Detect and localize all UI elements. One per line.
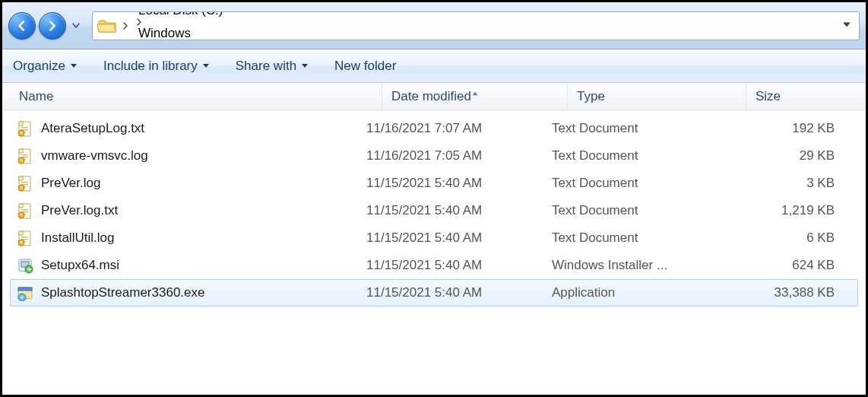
file-date: 11/15/2021 5:40 AM (366, 230, 552, 246)
file-name: AteraSetupLog.txt (41, 121, 144, 136)
chevron-down-icon (70, 59, 78, 74)
new-folder-button[interactable]: New folder (334, 59, 396, 74)
file-name-cell: InstallUtil.log (17, 230, 366, 246)
text-document-icon (17, 148, 33, 164)
file-date: 11/16/2021 7:05 AM (366, 148, 552, 164)
column-header-date[interactable]: Date modified (382, 83, 568, 110)
file-date: 11/15/2021 5:40 AM (366, 176, 552, 191)
text-document-icon (17, 230, 33, 246)
file-size: 3 KB (730, 176, 851, 191)
file-row[interactable]: PreVer.log.txt11/15/2021 5:40 AMText Doc… (10, 197, 858, 224)
file-name-cell: PreVer.log.txt (17, 202, 366, 219)
file-date: 11/16/2021 7:07 AM (366, 121, 552, 136)
file-row[interactable]: vmware-vmsvc.log11/16/2021 7:05 AMText D… (10, 142, 858, 170)
file-row[interactable]: InstallUtil.log11/15/2021 5:40 AMText Do… (10, 224, 858, 252)
forward-button[interactable] (39, 12, 66, 40)
file-row[interactable]: AteraSetupLog.txt11/16/2021 7:07 AMText … (10, 115, 858, 142)
organize-label: Organize (13, 59, 65, 74)
file-size: 33,388 KB (730, 285, 851, 300)
new-folder-label: New folder (334, 59, 396, 74)
file-size: 29 KB (730, 148, 851, 164)
file-list: AteraSetupLog.txt11/16/2021 7:07 AMText … (2, 110, 866, 306)
file-row[interactable]: PreVer.log11/15/2021 5:40 AMText Documen… (10, 170, 858, 197)
include-label: Include in library (103, 59, 198, 74)
nav-buttons (8, 12, 87, 40)
command-bar: Organize Include in library Share with N… (2, 49, 866, 83)
breadcrumb-separator[interactable] (120, 22, 131, 30)
organize-menu[interactable]: Organize (13, 59, 78, 74)
sort-indicator-icon (471, 84, 479, 100)
file-size: 624 KB (730, 258, 851, 273)
file-size: 6 KB (730, 230, 851, 246)
breadcrumb-segment[interactable]: Local Disk (C:) (134, 11, 227, 21)
file-size: 1,219 KB (730, 203, 851, 218)
installer-icon (17, 257, 33, 274)
history-dropdown[interactable] (69, 14, 83, 38)
file-name-cell: Setupx64.msi (17, 257, 366, 274)
text-document-icon (17, 120, 33, 137)
back-button[interactable] (8, 12, 36, 40)
file-row[interactable]: Setupx64.msi11/15/2021 5:40 AMWindows In… (10, 252, 858, 279)
address-dropdown[interactable] (839, 18, 854, 33)
file-date: 11/15/2021 5:40 AM (366, 258, 552, 273)
file-name-cell: SplashtopStreamer3360.exe (17, 284, 366, 301)
file-type: Application (552, 285, 730, 300)
file-type: Text Document (552, 203, 730, 218)
file-type: Text Document (552, 121, 730, 136)
column-type-label: Type (577, 89, 605, 104)
file-size: 192 KB (730, 121, 851, 136)
file-type: Text Document (552, 176, 730, 191)
file-name: PreVer.log.txt (41, 203, 118, 218)
address-bar[interactable]: ComputerLocal Disk (C:)WindowsTemp (92, 11, 860, 40)
file-date: 11/15/2021 5:40 AM (366, 285, 552, 300)
file-name-cell: vmware-vmsvc.log (17, 148, 366, 164)
breadcrumb-segment[interactable]: Windows (134, 23, 195, 40)
file-name: SplashtopStreamer3360.exe (41, 285, 204, 300)
share-with-menu[interactable]: Share with (236, 59, 309, 74)
file-name: Setupx64.msi (41, 258, 119, 273)
column-size-label: Size (756, 89, 781, 104)
application-icon (17, 284, 33, 301)
chevron-down-icon (301, 59, 309, 74)
column-header-size[interactable]: Size (746, 83, 866, 110)
file-type: Text Document (552, 148, 730, 164)
share-label: Share with (236, 59, 296, 74)
file-date: 11/15/2021 5:40 AM (366, 203, 552, 218)
column-headers: Name Date modified Type Size (2, 83, 866, 110)
column-name-label: Name (19, 89, 53, 104)
file-type: Windows Installer ... (552, 258, 730, 273)
chevron-down-icon (202, 59, 210, 74)
text-document-icon (17, 202, 33, 219)
folder-icon (97, 17, 117, 35)
column-date-label: Date modified (391, 89, 471, 104)
file-name-cell: PreVer.log (17, 175, 366, 192)
navigation-bar: ComputerLocal Disk (C:)WindowsTemp (2, 2, 866, 49)
arrow-left-icon (15, 19, 29, 33)
text-document-icon (17, 175, 33, 192)
include-in-library-menu[interactable]: Include in library (103, 59, 210, 74)
file-name-cell: AteraSetupLog.txt (17, 120, 366, 137)
file-type: Text Document (552, 230, 730, 246)
column-header-type[interactable]: Type (568, 83, 746, 110)
file-name: vmware-vmsvc.log (41, 148, 148, 164)
column-header-name[interactable]: Name (2, 83, 382, 110)
chevron-down-icon (71, 21, 81, 30)
file-name: PreVer.log (41, 176, 100, 191)
file-name: InstallUtil.log (41, 230, 114, 246)
file-row[interactable]: SplashtopStreamer3360.exe11/15/2021 5:40… (10, 279, 858, 306)
arrow-right-icon (46, 19, 59, 33)
